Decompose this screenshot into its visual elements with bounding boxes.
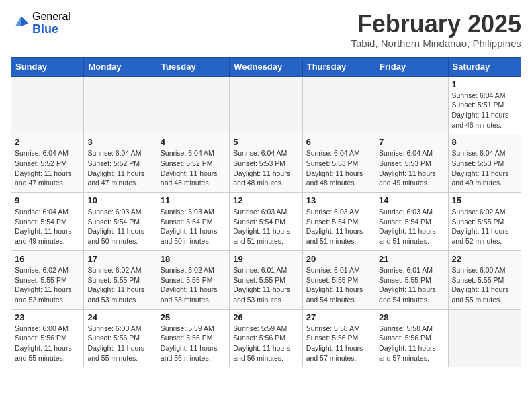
day-number: 11	[161, 195, 226, 205]
calendar-day-cell	[375, 76, 448, 134]
calendar-day-cell	[11, 76, 84, 134]
day-number: 21	[379, 254, 444, 264]
weekday-header: Thursday	[302, 57, 375, 76]
calendar-day-cell: 3Sunrise: 6:04 AM Sunset: 5:52 PM Daylig…	[84, 134, 157, 193]
calendar-week-row: 1Sunrise: 6:04 AM Sunset: 5:51 PM Daylig…	[11, 76, 521, 134]
day-number: 26	[233, 312, 298, 322]
day-info: Sunrise: 5:59 AM Sunset: 5:56 PM Dayligh…	[161, 324, 226, 363]
location: Tabid, Northern Mindanao, Philippines	[351, 38, 521, 49]
calendar-day-cell: 25Sunrise: 5:59 AM Sunset: 5:56 PM Dayli…	[157, 309, 229, 367]
day-number: 14	[379, 195, 444, 205]
day-number: 5	[233, 137, 298, 147]
day-number: 28	[379, 312, 444, 322]
day-number: 22	[452, 254, 517, 264]
calendar-day-cell: 2Sunrise: 6:04 AM Sunset: 5:52 PM Daylig…	[11, 134, 84, 193]
day-info: Sunrise: 6:04 AM Sunset: 5:52 PM Dayligh…	[87, 148, 152, 188]
calendar-day-cell: 18Sunrise: 6:02 AM Sunset: 5:55 PM Dayli…	[157, 250, 229, 309]
weekday-header: Friday	[375, 57, 448, 76]
day-info: Sunrise: 6:04 AM Sunset: 5:54 PM Dayligh…	[15, 207, 80, 246]
day-info: Sunrise: 6:03 AM Sunset: 5:54 PM Dayligh…	[87, 207, 152, 246]
calendar-day-cell: 20Sunrise: 6:01 AM Sunset: 5:55 PM Dayli…	[302, 250, 375, 309]
calendar-day-cell	[448, 309, 521, 367]
calendar-day-cell: 7Sunrise: 6:04 AM Sunset: 5:53 PM Daylig…	[375, 134, 448, 193]
day-number: 6	[306, 137, 371, 147]
day-info: Sunrise: 6:04 AM Sunset: 5:51 PM Dayligh…	[452, 91, 517, 130]
day-number: 25	[161, 312, 226, 322]
calendar-week-row: 23Sunrise: 6:00 AM Sunset: 5:56 PM Dayli…	[11, 309, 521, 367]
day-info: Sunrise: 5:58 AM Sunset: 5:56 PM Dayligh…	[306, 324, 371, 363]
day-info: Sunrise: 6:03 AM Sunset: 5:54 PM Dayligh…	[379, 207, 444, 246]
day-info: Sunrise: 6:01 AM Sunset: 5:55 PM Dayligh…	[306, 265, 371, 305]
calendar-day-cell	[230, 76, 302, 134]
day-info: Sunrise: 6:00 AM Sunset: 5:55 PM Dayligh…	[452, 265, 517, 305]
day-info: Sunrise: 6:01 AM Sunset: 5:55 PM Dayligh…	[379, 265, 444, 305]
calendar-day-cell: 13Sunrise: 6:03 AM Sunset: 5:54 PM Dayli…	[302, 193, 375, 251]
day-info: Sunrise: 6:02 AM Sunset: 5:55 PM Dayligh…	[161, 265, 226, 305]
svg-marker-1	[15, 16, 21, 26]
day-info: Sunrise: 6:04 AM Sunset: 5:53 PM Dayligh…	[306, 148, 371, 188]
day-number: 2	[15, 137, 80, 147]
calendar-day-cell	[302, 76, 375, 134]
month-title: February 2025	[351, 11, 521, 38]
day-info: Sunrise: 6:04 AM Sunset: 5:52 PM Dayligh…	[15, 148, 80, 188]
day-info: Sunrise: 6:01 AM Sunset: 5:55 PM Dayligh…	[233, 265, 298, 305]
day-info: Sunrise: 5:58 AM Sunset: 5:56 PM Dayligh…	[379, 324, 444, 363]
day-info: Sunrise: 6:02 AM Sunset: 5:55 PM Dayligh…	[87, 265, 152, 305]
day-info: Sunrise: 6:04 AM Sunset: 5:53 PM Dayligh…	[452, 148, 517, 188]
logo-general: General	[32, 11, 71, 23]
day-info: Sunrise: 6:03 AM Sunset: 5:54 PM Dayligh…	[233, 207, 298, 246]
logo-icon	[11, 14, 30, 33]
calendar-day-cell: 23Sunrise: 6:00 AM Sunset: 5:56 PM Dayli…	[11, 309, 84, 367]
calendar-day-cell: 19Sunrise: 6:01 AM Sunset: 5:55 PM Dayli…	[230, 250, 302, 309]
calendar-day-cell	[84, 76, 157, 134]
calendar-table: SundayMondayTuesdayWednesdayThursdayFrid…	[11, 57, 521, 368]
day-number: 23	[15, 312, 80, 322]
day-number: 12	[233, 195, 298, 205]
day-info: Sunrise: 6:04 AM Sunset: 5:52 PM Dayligh…	[161, 148, 226, 188]
day-info: Sunrise: 6:00 AM Sunset: 5:56 PM Dayligh…	[87, 324, 152, 363]
day-number: 7	[379, 137, 444, 147]
day-number: 4	[161, 137, 226, 147]
day-number: 16	[15, 254, 80, 264]
day-number: 18	[161, 254, 226, 264]
calendar-day-cell: 10Sunrise: 6:03 AM Sunset: 5:54 PM Dayli…	[84, 193, 157, 251]
calendar-day-cell: 17Sunrise: 6:02 AM Sunset: 5:55 PM Dayli…	[84, 250, 157, 309]
calendar-day-cell: 1Sunrise: 6:04 AM Sunset: 5:51 PM Daylig…	[448, 76, 521, 134]
day-info: Sunrise: 6:02 AM Sunset: 5:55 PM Dayligh…	[452, 207, 517, 246]
calendar-day-cell: 11Sunrise: 6:03 AM Sunset: 5:54 PM Dayli…	[157, 193, 229, 251]
calendar-week-row: 16Sunrise: 6:02 AM Sunset: 5:55 PM Dayli…	[11, 250, 521, 309]
svg-marker-0	[21, 16, 29, 26]
calendar-day-cell: 21Sunrise: 6:01 AM Sunset: 5:55 PM Dayli…	[375, 250, 448, 309]
calendar-day-cell: 8Sunrise: 6:04 AM Sunset: 5:53 PM Daylig…	[448, 134, 521, 193]
calendar-day-cell: 12Sunrise: 6:03 AM Sunset: 5:54 PM Dayli…	[230, 193, 302, 251]
weekday-header: Tuesday	[157, 57, 229, 76]
weekday-header: Sunday	[11, 57, 84, 76]
title-block: February 2025 Tabid, Northern Mindanao, …	[351, 11, 521, 49]
day-info: Sunrise: 6:04 AM Sunset: 5:53 PM Dayligh…	[233, 148, 298, 188]
day-info: Sunrise: 5:59 AM Sunset: 5:56 PM Dayligh…	[233, 324, 298, 363]
page-header: General Blue February 2025 Tabid, Northe…	[11, 11, 521, 49]
weekday-header: Saturday	[448, 57, 521, 76]
weekday-header: Wednesday	[230, 57, 302, 76]
calendar-day-cell: 6Sunrise: 6:04 AM Sunset: 5:53 PM Daylig…	[302, 134, 375, 193]
calendar-day-cell: 22Sunrise: 6:00 AM Sunset: 5:55 PM Dayli…	[448, 250, 521, 309]
calendar-day-cell: 27Sunrise: 5:58 AM Sunset: 5:56 PM Dayli…	[302, 309, 375, 367]
calendar-week-row: 2Sunrise: 6:04 AM Sunset: 5:52 PM Daylig…	[11, 134, 521, 193]
calendar-day-cell: 24Sunrise: 6:00 AM Sunset: 5:56 PM Dayli…	[84, 309, 157, 367]
day-number: 20	[306, 254, 371, 264]
day-info: Sunrise: 6:00 AM Sunset: 5:56 PM Dayligh…	[15, 324, 80, 363]
calendar-day-cell	[157, 76, 229, 134]
day-number: 19	[233, 254, 298, 264]
day-number: 9	[15, 195, 80, 205]
calendar-header-row: SundayMondayTuesdayWednesdayThursdayFrid…	[11, 57, 521, 76]
day-number: 3	[87, 137, 152, 147]
day-info: Sunrise: 6:03 AM Sunset: 5:54 PM Dayligh…	[161, 207, 226, 246]
day-number: 15	[452, 195, 517, 205]
day-number: 1	[452, 79, 517, 89]
logo-blue: Blue	[32, 23, 71, 36]
calendar-day-cell: 5Sunrise: 6:04 AM Sunset: 5:53 PM Daylig…	[230, 134, 302, 193]
calendar-day-cell: 28Sunrise: 5:58 AM Sunset: 5:56 PM Dayli…	[375, 309, 448, 367]
day-number: 10	[87, 195, 152, 205]
day-number: 24	[87, 312, 152, 322]
calendar-day-cell: 26Sunrise: 5:59 AM Sunset: 5:56 PM Dayli…	[230, 309, 302, 367]
